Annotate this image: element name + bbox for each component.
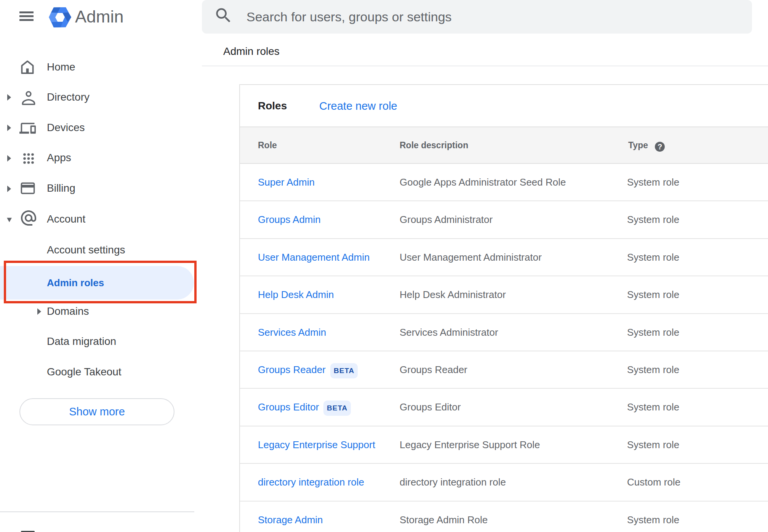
svg-text:?: ?: [658, 143, 662, 151]
